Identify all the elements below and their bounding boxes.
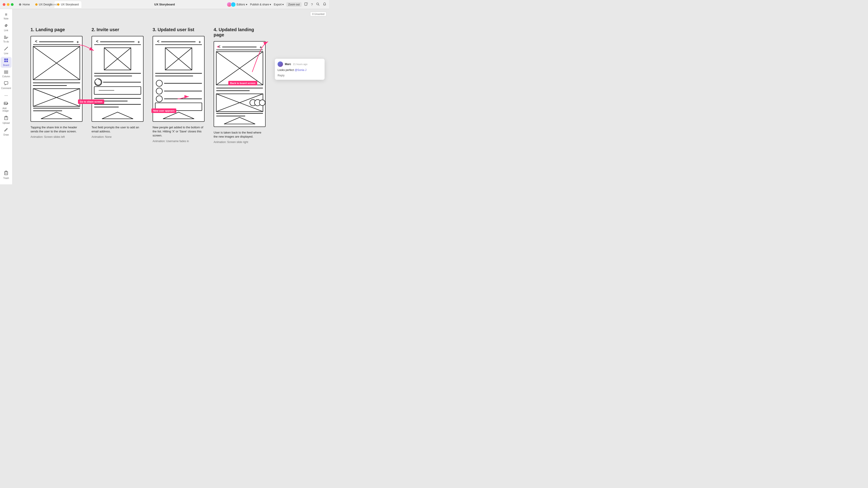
reply-button[interactable]: Reply (278, 74, 322, 77)
zoom-label: Zoom out (288, 3, 300, 6)
frame-1-animation: Animation: Screen slides left (31, 135, 83, 138)
sidebar-item-line[interactable]: Line (1, 45, 11, 56)
svg-text:<: < (217, 44, 219, 49)
frame-2-description: Text field prompts the user to add an em… (92, 125, 144, 133)
frame-4-description: User is taken back to the feed where the… (214, 131, 266, 139)
sidebar-item-upload[interactable]: Upload (1, 114, 11, 126)
sidebar-line-label: Line (4, 52, 8, 55)
annotation-back-to-board: Back to board screen (228, 81, 257, 86)
editors-button[interactable]: Editors ▾ (227, 2, 247, 7)
sidebar-item-todo[interactable]: To-do (1, 34, 11, 44)
svg-point-74 (156, 96, 162, 102)
fullscreen-button[interactable] (11, 3, 13, 6)
export-button[interactable]: Export ▾ (274, 3, 284, 6)
svg-point-93 (259, 100, 265, 106)
more-icon: ··· (4, 93, 8, 98)
document-title: UX Storyboard (154, 3, 175, 6)
sidebar-item-draw[interactable]: Draw (1, 127, 11, 137)
notification-icon[interactable] (323, 2, 327, 6)
column-icon (4, 70, 8, 75)
export-chevron-icon: ▾ (282, 3, 284, 6)
svg-text:<: < (96, 39, 98, 43)
svg-marker-77 (163, 112, 194, 119)
comment-time: 21 hours ago (293, 63, 307, 66)
device-icon[interactable]: 0 (304, 2, 308, 6)
draw-icon (4, 128, 8, 133)
sidebar-trash-label: Trash (3, 177, 9, 180)
export-label: Export (274, 3, 282, 6)
tab-bar: Home UX Design UX Storyboard (16, 1, 81, 8)
svg-text:<: < (35, 39, 37, 43)
note-icon: ≡ (5, 12, 7, 17)
tab-ux-storyboard[interactable]: UX Storyboard (55, 1, 81, 8)
svg-rect-9 (4, 59, 6, 60)
sidebar-item-link[interactable]: Link (1, 22, 11, 33)
annotation-go-to-share: Go to share screen (78, 99, 104, 104)
publish-chevron-icon: ▾ (270, 3, 271, 6)
svg-rect-11 (4, 61, 6, 62)
svg-rect-16 (4, 82, 8, 84)
saved-label: Saved (50, 3, 57, 6)
sidebar-item-more[interactable]: ··· (1, 92, 11, 99)
comment-header: Marc 21 hours ago (278, 61, 322, 67)
sidebar-item-trash[interactable]: Trash (1, 169, 11, 181)
frame-3-title: 3. Updated user list (153, 27, 205, 32)
home-tab-icon (19, 3, 21, 6)
comment-author: Marc (285, 63, 291, 66)
frame-1-wireframe[interactable]: < + (31, 36, 83, 122)
ux-storyboard-tab-label: UX Storyboard (61, 3, 79, 6)
sidebar-item-column[interactable]: Column (1, 69, 11, 79)
unsorted-badge[interactable]: 0 Unsorted (310, 12, 327, 16)
todo-icon (4, 35, 8, 40)
sidebar-item-note[interactable]: ≡ Note (1, 11, 11, 21)
board-icon (4, 58, 8, 64)
sidebar-item-comment[interactable]: Comment (1, 80, 11, 91)
sidebar-add-image-label: Add image (2, 107, 10, 112)
close-button[interactable] (3, 3, 5, 6)
comment-popup: Marc 21 hours ago Looks perfect @Sonia J… (275, 59, 324, 80)
sidebar-item-add-image[interactable]: Add image (1, 100, 11, 113)
search-icon[interactable] (316, 2, 320, 6)
frame-3-description: New people get added to the bottom of th… (153, 125, 205, 138)
traffic-lights (3, 3, 13, 6)
avatar-2 (231, 2, 236, 7)
frame-2-wireframe[interactable]: < + (92, 36, 144, 122)
frame-2-title: 2. Invite user (92, 27, 144, 32)
sidebar-todo-label: To-do (3, 40, 9, 43)
commenter-avatar (278, 61, 283, 67)
svg-line-4 (318, 5, 319, 6)
comment-text: Looks perfect @Sonia J (278, 68, 322, 72)
sidebar-link-label: Link (4, 29, 8, 32)
publish-share-button[interactable]: Publish & share ▾ (250, 3, 271, 6)
publish-label: Publish & share (250, 3, 269, 6)
svg-marker-42 (41, 112, 72, 119)
svg-rect-23 (4, 172, 8, 175)
sidebar-item-board[interactable]: Board (1, 57, 11, 68)
nav-icons: 0 ? (304, 2, 327, 6)
svg-point-52 (95, 78, 102, 86)
sidebar-upload-label: Upload (2, 122, 10, 124)
help-icon[interactable]: ? (311, 2, 313, 6)
editors-chevron-icon: ▾ (246, 3, 247, 6)
link-icon (4, 24, 8, 29)
zoom-out-button[interactable]: Zoom out (286, 2, 302, 7)
svg-text:+: + (137, 40, 140, 44)
svg-text:+: + (198, 40, 201, 44)
titlebar-right-actions: Editors ▾ Publish & share ▾ Export ▾ Zoo… (227, 2, 327, 7)
svg-marker-60 (102, 112, 133, 119)
minimize-button[interactable] (7, 3, 9, 6)
sidebar-comment-label: Comment (1, 87, 11, 90)
comment-mention: @Sonia J (294, 68, 306, 72)
frame-1-description: Tapping the share link in the header sen… (31, 125, 83, 133)
svg-text:+: + (259, 45, 262, 50)
frame-1: 1. Landing page < + (31, 27, 83, 144)
svg-point-70 (156, 80, 162, 87)
ux-design-tab-icon (35, 3, 37, 6)
ux-storyboard-tab-icon (57, 3, 59, 6)
sidebar-draw-label: Draw (3, 133, 8, 136)
line-icon (4, 46, 8, 52)
frame-3: 3. Updated user list < + (153, 27, 205, 144)
tab-home[interactable]: Home (16, 1, 33, 8)
upload-icon (4, 116, 8, 121)
trash-icon (4, 171, 8, 176)
